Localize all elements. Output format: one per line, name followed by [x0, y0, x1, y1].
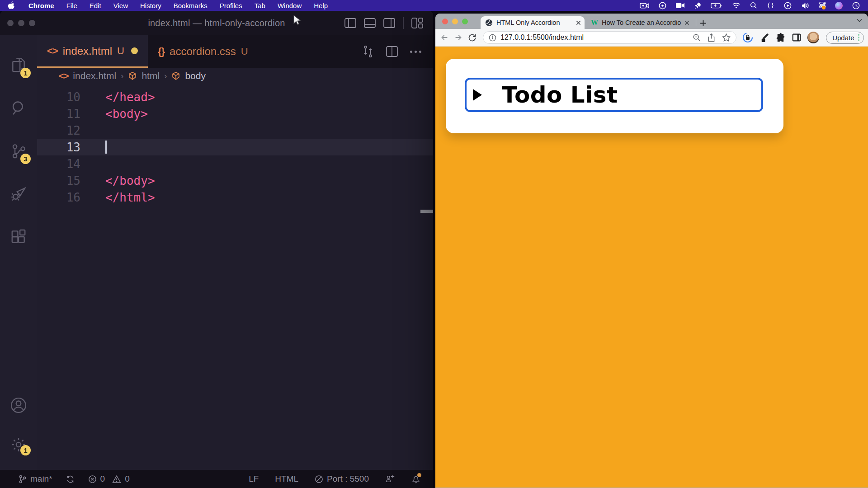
side-panel-icon[interactable] [792, 33, 802, 42]
code-line: 15</body> [37, 172, 433, 189]
code-line: 11<body> [37, 105, 433, 122]
warnings-icon [112, 475, 121, 483]
clock-icon[interactable] [852, 2, 860, 9]
menu-tab[interactable]: Tab [255, 2, 265, 9]
menu-help[interactable]: Help [314, 2, 328, 9]
apple-menu-icon[interactable] [8, 1, 15, 9]
feedback-button[interactable] [385, 474, 395, 483]
toggle-sidebar-icon[interactable] [344, 18, 356, 28]
code-editor[interactable]: 10</head> 11<body> 12 13 14 15</body> 16… [37, 84, 433, 470]
extensions-puzzle-icon[interactable] [775, 33, 786, 43]
close-tab-icon[interactable] [576, 20, 581, 25]
bookmark-star-icon[interactable] [722, 33, 731, 42]
scrollbar-thumb[interactable] [420, 210, 433, 213]
maximize-window-button[interactable] [29, 20, 35, 26]
breadcrumb-item-body[interactable]: body [185, 70, 206, 81]
menu-window[interactable]: Window [278, 2, 302, 9]
toggle-panel-icon[interactable] [364, 18, 376, 28]
record-icon[interactable] [659, 2, 666, 9]
share-icon[interactable] [708, 33, 715, 42]
branch-indicator[interactable]: main* [18, 474, 52, 484]
url-text[interactable]: 127.0.0.1:5500/index.html [500, 33, 584, 42]
close-tab-icon[interactable] [684, 20, 689, 25]
sidebar-item-search[interactable] [0, 86, 37, 129]
sidebar-item-run-debug[interactable] [0, 172, 37, 215]
menu-bookmarks[interactable]: Bookmarks [174, 2, 208, 9]
menu-app-name[interactable]: Chrome [28, 2, 54, 9]
tab-search-chevron-icon[interactable] [857, 19, 862, 22]
open-changes-icon[interactable] [362, 45, 374, 58]
control-center-icon[interactable] [819, 1, 826, 9]
minimize-window-button[interactable] [452, 19, 458, 24]
sidebar-item-settings[interactable]: 1 [0, 426, 37, 464]
customize-layout-icon[interactable] [411, 18, 423, 28]
sidebar-item-explorer[interactable]: 1 [0, 43, 37, 86]
sidebar-item-account[interactable] [0, 385, 37, 426]
code-text: <body> [105, 107, 148, 121]
braces-icon[interactable] [767, 2, 774, 9]
vscode-title-bar[interactable]: index.html — html-only-accordion [0, 11, 433, 35]
menu-view[interactable]: View [113, 2, 128, 9]
breadcrumb-item-html[interactable]: html [142, 70, 160, 81]
code-line: 10</head> [37, 89, 433, 105]
forward-button[interactable] [453, 33, 463, 42]
breadcrumb-item-file[interactable]: index.html [73, 70, 116, 81]
minimize-window-button[interactable] [18, 20, 24, 26]
close-window-button[interactable] [7, 20, 14, 26]
screen-capture-icon[interactable] [640, 2, 649, 9]
more-actions-icon[interactable] [410, 51, 421, 53]
back-button[interactable] [439, 33, 449, 42]
tab-accordion-css[interactable]: {} accordion.css U [148, 35, 258, 68]
eol-indicator[interactable]: LF [249, 474, 259, 484]
color-picker-extension-icon[interactable] [759, 33, 769, 43]
vscode-status-bar: main* 0 0 LF HTML Port : 5500 [0, 470, 433, 488]
language-indicator[interactable]: HTML [275, 474, 298, 484]
notifications-button[interactable] [411, 474, 420, 484]
sidebar-item-source-control[interactable]: 3 [0, 129, 37, 172]
accordion-summary[interactable]: Todo List [465, 78, 763, 112]
symbol-cube-icon [171, 71, 180, 80]
info-icon[interactable] [489, 34, 496, 42]
code-text: </html> [105, 191, 155, 204]
new-tab-button[interactable] [700, 20, 707, 27]
profile-avatar[interactable] [807, 32, 819, 43]
volume-icon[interactable] [801, 2, 810, 9]
video-camera-icon[interactable] [676, 2, 684, 9]
browser-tab-inactive[interactable]: W How To Create an Accordion [586, 16, 693, 29]
menu-file[interactable]: File [66, 2, 77, 9]
wifi-icon[interactable] [732, 2, 741, 9]
privacy-extension-icon[interactable] [742, 32, 753, 43]
reload-button[interactable] [467, 33, 477, 42]
macos-menu-bar: Chrome File Edit View History Bookmarks … [0, 0, 868, 11]
siri-icon[interactable] [835, 2, 843, 9]
menu-edit[interactable]: Edit [90, 2, 101, 9]
code-text: </head> [105, 90, 155, 104]
live-server-port[interactable]: Port : 5500 [315, 474, 369, 484]
html-file-icon: <> [47, 45, 58, 57]
battery-icon[interactable] [711, 3, 722, 9]
sync-indicator[interactable] [66, 475, 75, 483]
toggle-secondary-sidebar-icon[interactable] [383, 18, 395, 28]
rocket-icon[interactable] [694, 2, 701, 9]
code-line-current: 13 [37, 139, 433, 155]
spotlight-search-icon[interactable] [750, 2, 757, 9]
menu-bar-status-icons [640, 1, 860, 9]
update-button[interactable]: Update [826, 32, 864, 44]
address-bar[interactable]: 127.0.0.1:5500/index.html [483, 31, 736, 44]
status-right: LF HTML Port : 5500 [249, 474, 420, 484]
tab-title: How To Create an Accordion [602, 19, 681, 26]
tab-index-html[interactable]: <> index.html U [37, 35, 148, 68]
vscode-window-controls [7, 20, 35, 26]
menu-profiles[interactable]: Profiles [220, 2, 242, 9]
close-window-button[interactable] [442, 19, 448, 24]
menu-history[interactable]: History [140, 2, 161, 9]
sidebar-item-extensions[interactable] [0, 215, 37, 258]
unsaved-dot-icon[interactable] [131, 47, 138, 54]
extensions-icon [10, 228, 27, 245]
browser-tab-active[interactable]: HTML Only Accordion [481, 16, 585, 29]
split-editor-icon[interactable] [386, 46, 398, 57]
zoom-icon[interactable] [693, 33, 701, 42]
play-circle-icon[interactable] [784, 2, 792, 9]
problems-indicator[interactable]: 0 0 [88, 474, 130, 484]
maximize-window-button[interactable] [462, 19, 468, 24]
